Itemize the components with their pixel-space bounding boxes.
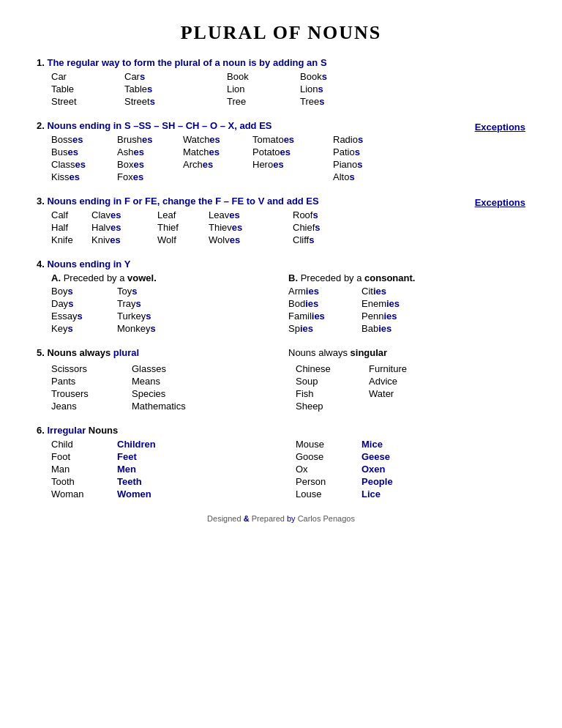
section-3-header: 3. Nouns ending in F or FE, change the F… [37, 196, 525, 209]
section-1-heading: 1. The regular way to form the plural of… [37, 57, 525, 68]
list-item: Armies [288, 286, 361, 297]
footer-by: by [287, 514, 296, 523]
list-item: Pianos [333, 159, 413, 170]
list-item: Scissors [51, 363, 132, 374]
section-2: 2. Nouns ending in S –SS – SH – CH – O –… [37, 120, 525, 182]
list-item: People [361, 476, 442, 487]
section-3-grid: Calf Claves Leaf Leaves Roofs Half Halve… [51, 209, 525, 245]
list-item: Mouse [296, 439, 361, 450]
list-item: Wolves [209, 234, 293, 245]
section-1-grid: Car Cars Book Books Table Tables Lion Li… [51, 71, 525, 107]
list-item: Turkeys [117, 311, 198, 322]
list-item: Trays [117, 298, 198, 309]
list-item: Lice [361, 489, 442, 499]
section-4-words: Boys Toys Days Trays Essays Turkeys Keys… [51, 286, 525, 334]
list-item: Chinese [296, 363, 369, 374]
list-item: Louse [296, 489, 361, 499]
list-item: Cars [124, 71, 212, 82]
footer-text1: Designed [207, 514, 244, 523]
section-5-heading: 5. Nouns always plural [37, 347, 281, 358]
list-item: Tree [227, 96, 300, 107]
list-item: Foxes [117, 171, 183, 182]
list-item: Water [369, 388, 449, 399]
list-item: Wolf [157, 234, 209, 245]
section-3: 3. Nouns ending in F or FE, change the F… [37, 196, 525, 245]
list-item: Car [51, 71, 124, 82]
list-item: Thief [157, 222, 209, 233]
section-6: 6. Irregular Nouns Child Children Foot F… [37, 425, 525, 499]
list-item: Oxen [361, 464, 442, 475]
list-item: Leaf [157, 209, 209, 220]
list-item: Brushes [117, 134, 183, 145]
list-item: Kisses [51, 171, 117, 182]
list-item: Table [51, 83, 124, 94]
section-6-left: Child Children Foot Feet Man Men Tooth T… [51, 439, 288, 499]
page-title: Plural of Nouns [37, 22, 525, 44]
section-3-heading: 3. Nouns ending in F or FE, change the F… [37, 196, 319, 207]
list-item: Cliffs [293, 234, 373, 245]
list-item: Mathematics [132, 401, 227, 412]
section-4-right: Armies Cities Bodies Enemies Families Pe… [288, 286, 525, 334]
list-item: Cities [361, 286, 442, 297]
section-2-heading: 2. Nouns ending in S –SS – SH – CH – O –… [37, 120, 271, 131]
list-item: Lion [227, 83, 300, 94]
section-5-right-heading: Nouns always singular [281, 347, 525, 361]
section-5-words: Scissors Glasses Pants Means Trousers Sp… [51, 363, 525, 412]
list-item: Chiefs [293, 222, 373, 233]
list-item: Books [300, 71, 373, 82]
list-item: Days [51, 298, 117, 309]
list-item: Knife [51, 234, 91, 245]
list-item: Tooth [51, 476, 117, 487]
section-6-words: Child Children Foot Feet Man Men Tooth T… [51, 439, 525, 499]
list-item: Tomatoes [252, 134, 333, 145]
list-item: Leaves [209, 209, 293, 220]
section-6-heading: 6. Irregular Nouns [37, 425, 525, 436]
list-item: Ashes [117, 146, 183, 157]
list-item: Tables [124, 83, 212, 94]
list-item: Glasses [132, 363, 227, 374]
list-item: Families [288, 311, 361, 322]
list-item: Species [132, 388, 227, 399]
list-item: Mice [361, 439, 442, 450]
footer: Designed & Prepared by Carlos Penagos [37, 514, 525, 523]
list-item: Woman [51, 489, 117, 499]
section-5-plural: Scissors Glasses Pants Means Trousers Sp… [51, 363, 288, 412]
list-item: Watches [183, 134, 252, 145]
list-item: Teeth [117, 476, 198, 487]
list-item: Patios [333, 146, 413, 157]
list-item: Pennies [361, 311, 442, 322]
list-item: Child [51, 439, 117, 450]
section-4-heading: 4. Nouns ending in Y [37, 259, 525, 270]
list-item: Radios [333, 134, 413, 145]
section-1-rule: The regular way to form the plural of a … [47, 57, 326, 68]
list-item: Sheep [296, 401, 369, 412]
list-item: Foot [51, 451, 117, 462]
list-item: Street [51, 96, 124, 107]
list-item: Advice [369, 376, 449, 387]
list-item: Streets [124, 96, 212, 107]
list-item: Essays [51, 311, 117, 322]
list-item: Roofs [293, 209, 373, 220]
section-5-singular: Chinese Furniture Soup Advice Fish Water… [288, 363, 525, 412]
list-item: Fish [296, 388, 369, 399]
list-item: Heroes [252, 159, 333, 170]
section-2-header: 2. Nouns ending in S –SS – SH – CH – O –… [37, 120, 525, 134]
section-4-ab-header: A. Preceded by a vowel. B. Preceded by a… [51, 272, 525, 283]
list-item: Keys [51, 323, 117, 334]
section-4: 4. Nouns ending in Y A. Preceded by a vo… [37, 259, 525, 334]
list-item: Calf [51, 209, 91, 220]
list-item: Book [227, 71, 300, 82]
list-item: Jeans [51, 401, 132, 412]
list-item: Pants [51, 376, 132, 387]
list-item: Geese [361, 451, 442, 462]
list-item: Lions [300, 83, 373, 94]
list-item: Classes [51, 159, 117, 170]
section-5-header: 5. Nouns always plural Nouns always sing… [37, 347, 525, 361]
list-item: Person [296, 476, 361, 487]
section-2-grid: Bosses Brushes Watches Tomatoes Radios B… [51, 134, 525, 182]
list-item: Potatoes [252, 146, 333, 157]
list-item: Altos [333, 171, 413, 182]
list-item: Monkeys [117, 323, 198, 334]
list-item: Soup [296, 376, 369, 387]
list-item: Knives [91, 234, 157, 245]
